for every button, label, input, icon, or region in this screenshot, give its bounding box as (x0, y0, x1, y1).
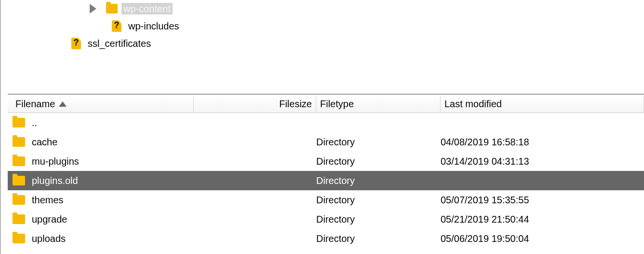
header-label: Filename (15, 99, 55, 110)
filename-label: uploads (32, 233, 66, 244)
list-item[interactable]: upgrade Directory 05/21/2019 21:50:44 (8, 210, 644, 229)
folder-icon (13, 195, 25, 205)
unknown-file-icon (111, 21, 122, 31)
header-filename[interactable]: Filename (12, 96, 194, 113)
filetype-label: Directory (312, 195, 437, 206)
sort-ascending-icon (59, 101, 67, 107)
filetype-label: Directory (312, 175, 437, 186)
tree-item-wp-content[interactable]: wp-content (8, 0, 181, 17)
tree-item-wp-includes[interactable]: wp-includes (8, 17, 181, 35)
filename-label: cache (32, 137, 57, 148)
filename-label: themes (32, 195, 64, 206)
header-filesize[interactable]: Filesize (194, 96, 316, 113)
header-filetype[interactable]: Filetype (316, 96, 441, 113)
chevron-right-icon[interactable] (90, 4, 96, 14)
list-item[interactable]: themes Directory 05/07/2019 15:35:55 (8, 190, 644, 210)
tree-item-label: ssl_certificates (86, 38, 153, 49)
list-item[interactable]: cache Directory 04/08/2019 16:58:18 (8, 132, 644, 152)
list-item[interactable]: mu-plugins Directory 03/14/2019 04:31:13 (8, 152, 644, 171)
list-item[interactable]: uploads Directory 05/06/2019 19:50:04 (8, 229, 644, 248)
list-item[interactable]: plugins.old Directory (8, 171, 644, 190)
file-rows: .. cache Directory 04/08/2019 16:58:18 m… (8, 113, 644, 254)
folder-icon (13, 156, 25, 166)
header-label: Filetype (320, 99, 354, 110)
filetype-label: Directory (312, 233, 437, 244)
filetype-label: Directory (312, 214, 437, 225)
file-list-pane: Filename Filesize Filetype Last modified… (8, 95, 644, 254)
header-label: Filesize (279, 99, 312, 110)
list-item[interactable]: .. (8, 113, 644, 132)
filename-label: .. (32, 117, 37, 128)
modified-label: 05/07/2019 15:35:55 (437, 195, 644, 206)
tree-item-label: wp-includes (126, 20, 181, 32)
column-headers: Filename Filesize Filetype Last modified (8, 96, 644, 113)
folder-icon (13, 214, 25, 224)
filetype-label: Directory (312, 137, 437, 148)
folder-icon (13, 234, 25, 243)
filename-label: upgrade (32, 214, 67, 225)
modified-label: 04/08/2019 16:58:18 (437, 137, 644, 148)
modified-label: 03/14/2019 04:31:13 (437, 156, 644, 167)
tree-item-label: wp-content (121, 3, 173, 14)
filetype-label: Directory (312, 156, 437, 167)
folder-icon (106, 4, 118, 14)
unknown-file-icon (70, 39, 82, 48)
modified-label: 05/21/2019 21:50:44 (437, 214, 644, 225)
folder-icon (13, 118, 25, 127)
modified-label: 05/06/2019 19:50:04 (437, 233, 644, 244)
tree-item-ssl-certificates[interactable]: ssl_certificates (8, 35, 181, 52)
folder-tree-pane: wp-content wp-includes ssl_certificates (8, 0, 644, 95)
folder-icon (13, 176, 25, 185)
folder-icon (13, 137, 25, 147)
filename-label: mu-plugins (32, 156, 79, 167)
header-last-modified[interactable]: Last modified (441, 96, 644, 113)
filename-label: plugins.old (32, 175, 78, 186)
header-label: Last modified (444, 99, 502, 110)
